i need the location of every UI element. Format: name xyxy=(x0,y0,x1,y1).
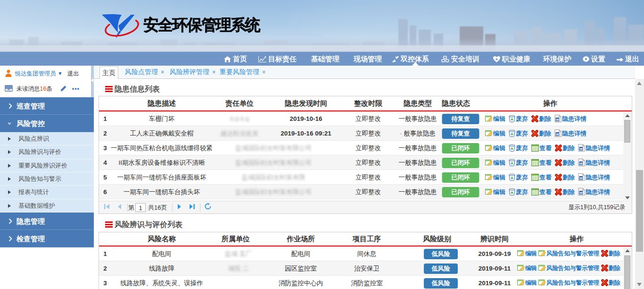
svg-text:W: W xyxy=(579,177,583,180)
svg-text:W: W xyxy=(579,147,583,151)
svg-text:W: W xyxy=(556,133,559,136)
svg-text:W: W xyxy=(579,191,583,195)
svg-text:W: W xyxy=(579,162,583,165)
svg-text:W: W xyxy=(556,118,559,121)
